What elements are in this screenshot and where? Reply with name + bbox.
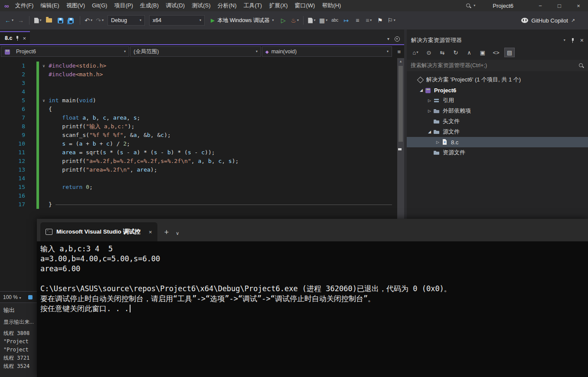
project-dropdown[interactable]: Project6 ▾ — [1, 46, 129, 57]
code-line[interactable]: 12 printf("a=%.2f,b=%.2f,c=%.2f,s=%.2f\n… — [0, 157, 397, 166]
new-project-button[interactable]: ▾ — [33, 15, 43, 26]
tab-list-chevron-icon[interactable] — [176, 231, 179, 236]
redo-button[interactable]: ↷▾ — [95, 15, 105, 26]
panel-menu-chevron-icon[interactable]: ▾ — [564, 39, 565, 42]
minimize-button[interactable]: − — [531, 0, 550, 11]
bookmark-window-button[interactable]: ⚐▾ — [386, 15, 397, 26]
code-line[interactable]: 9 scanf_s("%f %f %f", &a, &b, &c); — [0, 131, 397, 140]
code-line[interactable]: 8 printf("输入 a,b,c:"); — [0, 122, 397, 131]
menu-item[interactable]: 生成(B) — [137, 0, 162, 11]
code-line[interactable]: 2#include<math.h> — [0, 70, 397, 79]
code-line[interactable]: 11 area = sqrt(s * (s - a) * (s - b) * (… — [0, 148, 397, 157]
code-line[interactable]: 14 — [0, 174, 397, 183]
code-line[interactable]: 16 — [0, 192, 397, 200]
menu-item[interactable]: 窗口(W) — [291, 0, 318, 11]
tab-8c[interactable]: 8.c × — [0, 31, 30, 44]
code-line[interactable]: 13 printf("area=%.2f\n", area); — [0, 166, 397, 174]
properties-button[interactable]: ▣ — [477, 48, 488, 57]
start-without-debugging-button[interactable]: ▷ — [278, 15, 288, 26]
code-line[interactable]: 7 float a, b, c, area, s; — [0, 114, 397, 122]
expanded-arrow-icon[interactable]: ◢ — [418, 88, 425, 92]
tree-item[interactable]: ◢源文件 — [407, 127, 588, 137]
menu-item[interactable]: 测试(S) — [188, 0, 214, 11]
console-tab-close-icon[interactable]: × — [149, 229, 152, 235]
document-health-icon[interactable] — [28, 295, 33, 299]
menu-item[interactable]: 编辑(E) — [37, 0, 62, 11]
hot-reload-button[interactable]: ♨▾ — [289, 15, 300, 26]
code-line[interactable]: 1∨#include<stdio.h> — [0, 62, 397, 70]
split-editor-icon[interactable]: ≡ — [395, 49, 403, 55]
code-area[interactable]: 1∨#include<stdio.h>2#include<math.h>345∨… — [0, 62, 397, 209]
solution-platforms-dropdown[interactable]: x64▾ — [149, 15, 205, 26]
scope-dropdown[interactable]: (全局范围) ▾ — [130, 46, 261, 57]
code-line[interactable]: 4 — [0, 88, 397, 96]
navigate-backward-button[interactable]: ←▾ — [3, 15, 15, 26]
code-line[interactable]: 15 return 0; — [0, 183, 397, 192]
document-list-chevron-icon[interactable]: ▾ — [387, 37, 389, 41]
panel-pin-icon[interactable] — [571, 38, 575, 43]
navigate-forward-button[interactable]: → — [16, 15, 26, 26]
github-copilot-button[interactable]: GitHub Copilot↗ — [518, 17, 578, 24]
start-debugging-button[interactable]: ▶本地 Windows 调试器▾ — [207, 15, 277, 26]
tree-item[interactable]: ▷8.c — [407, 137, 588, 147]
pending-changes-filter-button[interactable]: ⊙ — [424, 48, 434, 57]
member-dropdown[interactable]: ◆ main(void) ▾ — [262, 46, 392, 57]
fold-marker[interactable]: ∨ — [39, 96, 49, 105]
tree-item[interactable]: ◢Project6 — [407, 85, 588, 95]
spell-checker-button[interactable]: abc — [330, 15, 340, 26]
toggle-bookmark-button[interactable]: ⚑ — [375, 15, 385, 26]
maximize-button[interactable]: □ — [550, 0, 569, 11]
fold-marker[interactable]: ∨ — [39, 62, 49, 70]
collapsed-arrow-icon[interactable]: ▷ — [426, 109, 433, 113]
editor-settings-gear-icon[interactable] — [395, 36, 400, 42]
solution-configurations-dropdown[interactable]: Debug▾ — [108, 15, 145, 26]
view-code-button[interactable]: <> — [491, 48, 501, 57]
indent-guides-button[interactable]: ≡▾ — [363, 15, 374, 26]
tree-item[interactable]: ▷引用 — [407, 95, 588, 106]
show-whitespace-button[interactable]: ≡ — [352, 15, 363, 26]
refresh-button[interactable]: ↻ — [451, 48, 461, 57]
close-button[interactable]: × — [569, 0, 588, 11]
code-line[interactable]: 17} — [0, 200, 397, 209]
menu-item[interactable]: 帮助(H) — [318, 0, 344, 11]
menu-item[interactable]: 分析(N) — [214, 0, 240, 11]
switch-views-button[interactable]: ⌂▾ — [410, 48, 421, 57]
preview-selected-items-toggle[interactable]: ▤ — [504, 48, 515, 57]
menu-item[interactable]: 视图(V) — [63, 0, 88, 11]
menu-item[interactable]: 调试(D) — [162, 0, 188, 11]
scroll-up-arrow-icon[interactable]: ▴ — [397, 59, 404, 63]
menu-item[interactable]: Git(G) — [88, 0, 111, 11]
tree-item[interactable]: ▷外部依赖项 — [407, 106, 588, 116]
tree-item[interactable]: 解决方案 'Project6' (1 个项目, 共 1 个) — [407, 75, 588, 85]
code-line[interactable]: 5∨int main(void) — [0, 96, 397, 105]
collapsed-arrow-icon[interactable]: ▷ — [434, 140, 441, 144]
zoom-dropdown[interactable]: 100 % ▾ — [3, 294, 21, 300]
console-tab[interactable]: Microsoft Visual Studio 调试控 × — [40, 222, 157, 241]
code-line[interactable]: 10 s = (a + b + c) / 2; — [0, 140, 397, 148]
save-all-button[interactable] — [66, 15, 77, 26]
close-tab-icon[interactable]: × — [23, 35, 26, 42]
collapse-all-button[interactable]: ∧ — [464, 48, 474, 57]
code-line[interactable]: 6{ — [0, 105, 397, 114]
console-output[interactable]: 输入 a,b,c:3 4 5a=3.00,b=4.00,c=5.00,s=6.0… — [37, 241, 588, 377]
menu-item[interactable]: 扩展(X) — [265, 0, 291, 11]
menu-item[interactable]: 工具(T) — [240, 0, 266, 11]
sync-with-active-document-button[interactable]: ⇆ — [437, 48, 448, 57]
navigate-to-button[interactable]: ↦ — [341, 15, 351, 26]
tree-item[interactable]: 资源文件 — [407, 147, 588, 158]
open-file-button[interactable] — [44, 15, 54, 26]
new-tab-button[interactable] — [164, 228, 169, 237]
solution-search-input[interactable]: 搜索解决方案资源管理器(Ctrl+;) — [407, 60, 588, 71]
new-editor-window-button[interactable]: ▾ — [307, 15, 317, 26]
undo-button[interactable]: ↶▾ — [83, 15, 94, 26]
save-button[interactable] — [55, 15, 65, 26]
search-button[interactable]: ▾ — [461, 3, 480, 9]
pin-icon[interactable] — [15, 36, 20, 41]
menu-item[interactable]: 文件(F) — [12, 0, 37, 11]
code-line[interactable]: 3 — [0, 79, 397, 88]
menu-item[interactable]: 项目(P) — [111, 0, 136, 11]
tree-item[interactable]: 头文件 — [407, 116, 588, 127]
expanded-arrow-icon[interactable]: ◢ — [426, 130, 433, 134]
collapsed-arrow-icon[interactable]: ▷ — [426, 98, 433, 103]
panel-close-icon[interactable]: × — [580, 37, 584, 44]
